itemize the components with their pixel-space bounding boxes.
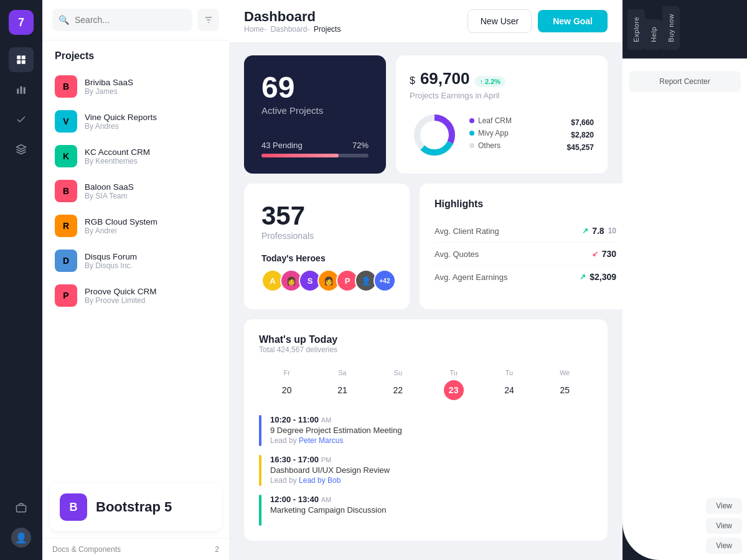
bottom-avatar[interactable]: 👤 (11, 528, 31, 548)
right-sidebar: ExploreHelpBuy now Report Cecnter View V… (622, 0, 747, 560)
bootstrap-card[interactable]: B Bootstrap 5 (50, 483, 222, 531)
day-number: 20 (277, 380, 297, 400)
day-name: Su (373, 369, 423, 376)
pending-label: 43 Pending (261, 141, 303, 150)
new-goal-button[interactable]: New Goal (538, 10, 608, 32)
main-content: Dashboard Home- Dashboard- Projects New … (229, 0, 622, 560)
day-name: Tu (428, 369, 479, 376)
project-name-vine: Vine Quick Reports (85, 113, 157, 122)
event-view-button-3[interactable]: View (706, 538, 742, 554)
highlight-number: $2,309 (590, 272, 616, 282)
project-item-kc[interactable]: K KC Account CRM By Keenthemes (42, 139, 229, 174)
earnings-header: $ 69,700 ↑ 2.2% (410, 69, 594, 88)
filter-button[interactable] (197, 9, 219, 31)
day-cell[interactable]: Sa 21 (314, 364, 370, 405)
event-ampm: AM (321, 496, 332, 503)
day-cell[interactable]: Tu 23 (426, 364, 481, 405)
sidebar-item-projects[interactable] (9, 47, 34, 72)
day-cell[interactable]: We 25 (537, 364, 593, 405)
search-input[interactable] (52, 9, 192, 31)
legend-item: Others (469, 141, 557, 150)
progress-bar-wrap (261, 154, 369, 157)
svg-rect-0 (17, 55, 21, 59)
day-number: 23 (444, 380, 464, 400)
calendar-header: What's up Today Total 424,567 deliveries (259, 334, 593, 354)
professionals-card: 357 Professionals Today's Heroes A👩S👩P👤+… (244, 184, 410, 309)
day-cell[interactable]: Fr 20 (259, 364, 314, 405)
calendar-card: What's up Today Total 424,567 deliveries… (244, 319, 608, 541)
progress-pct: 72% (352, 141, 369, 150)
trend-arrow: ↗ (580, 273, 586, 281)
active-projects-card: 69 Active Projects 43 Pending 72% (244, 55, 386, 174)
bootstrap-title: Bootstrap 5 (96, 499, 172, 515)
active-projects-number: 69 (261, 73, 369, 103)
project-info-briviba: Briviba SaaS By James (85, 78, 133, 96)
event-view-button-2[interactable]: View (706, 518, 742, 534)
project-item-disqus[interactable]: D Disqus Forum By Disqus Inc. (42, 243, 229, 278)
project-item-baloon[interactable]: B Baloon SaaS By SIA Team (42, 174, 229, 208)
sidebar-item-check[interactable] (9, 107, 34, 132)
project-item-rgb[interactable]: R RGB Cloud System By Andrei (42, 208, 229, 243)
right-content: Report Cecnter View View View (622, 58, 747, 560)
project-name-baloon: Baloon SaaS (85, 182, 134, 192)
legend-dot (469, 118, 474, 123)
professionals-number: 357 (261, 201, 392, 231)
project-item-proove[interactable]: P Proove Quick CRM By Proove Limited (42, 278, 229, 313)
active-projects-label: Active Projects (261, 105, 369, 116)
user-avatar[interactable]: 7 (9, 10, 34, 35)
right-view-buttons: View View View (622, 98, 747, 560)
top-bar: Dashboard Home- Dashboard- Projects New … (229, 0, 622, 43)
event-view-button-1[interactable]: View (706, 498, 742, 514)
project-info-proove: Proove Quick CRM By Proove Limited (85, 287, 157, 305)
days-row: Fr 20 Sa 21 Su 22 Tu 23 Tu 24 We 25 (259, 364, 593, 405)
day-name: Sa (317, 369, 367, 376)
highlight-row: Avg. Agent Earnings ↗ $2,309 (435, 266, 616, 288)
docs-count: 2 (215, 545, 219, 554)
legend-amount: $2,820 (571, 131, 594, 139)
right-tab-buy-now[interactable]: Buy now (662, 6, 680, 50)
breadcrumb-active: Projects (314, 25, 341, 34)
breadcrumb: Home- Dashboard- Projects (244, 25, 341, 34)
report-center-button[interactable]: Report Cecnter (629, 71, 741, 92)
event-lead-link[interactable]: Peter Marcus (299, 436, 343, 445)
docs-label: Docs & Components (52, 545, 121, 554)
avatars-row: A👩S👩P👤+42 (261, 269, 392, 292)
day-number: 24 (499, 380, 519, 400)
highlight-name: Avg. Quotes (435, 250, 479, 259)
sidebar-item-briefcase[interactable] (9, 495, 34, 520)
event-item: 16:30 - 17:00 PM Dashboard UI/UX Design … (259, 455, 593, 486)
project-logo-briviba: B (55, 75, 77, 98)
day-number: 25 (555, 380, 575, 400)
legend-dot (469, 143, 474, 148)
sidebar-item-charts[interactable] (9, 77, 34, 102)
event-bar (259, 455, 261, 486)
project-item-vine[interactable]: V Vine Quick Reports By Andres (42, 104, 229, 139)
highlight-sub: 10 (608, 226, 616, 235)
sidebar-item-layers[interactable] (9, 137, 34, 162)
project-item-briviba[interactable]: B Briviba SaaS By James (42, 69, 229, 104)
project-info-vine: Vine Quick Reports By Andres (85, 113, 157, 131)
event-bar (259, 495, 261, 526)
project-author-rgb: By Andrei (85, 226, 157, 235)
calendar-subtitle: Total 424,567 deliveries (259, 345, 593, 354)
project-list: B Briviba SaaS By James V Vine Quick Rep… (42, 67, 229, 476)
new-user-button[interactable]: New User (467, 9, 532, 33)
legend-amount: $7,660 (571, 118, 594, 127)
progress-bar-fill (261, 154, 339, 157)
projects-title: Projects (42, 40, 229, 67)
day-cell[interactable]: Su 22 (370, 364, 426, 405)
highlights-list: Avg. Client Rating ↗ 7.8 10 Avg. Quotes … (435, 220, 616, 288)
project-logo-proove: P (55, 284, 77, 307)
right-tab-help[interactable]: Help (645, 19, 662, 50)
professionals-label: Professionals (261, 231, 392, 241)
legend-label: Mivy App (469, 129, 509, 138)
heroes-label: Today's Heroes (261, 253, 392, 263)
left-panel: 🔍 Projects B Briviba SaaS By James V Vin… (42, 0, 229, 560)
right-tab-explore[interactable]: Explore (627, 9, 645, 50)
highlights-card: Highlights Avg. Client Rating ↗ 7.8 10 A… (420, 184, 622, 309)
docs-bar[interactable]: Docs & Components 2 (42, 538, 229, 560)
page-title: Dashboard (244, 9, 341, 25)
day-cell[interactable]: Tu 24 (481, 364, 537, 405)
event-lead: Lead by Lead by Bob (270, 476, 593, 485)
event-lead-link[interactable]: Lead by Bob (299, 476, 341, 485)
